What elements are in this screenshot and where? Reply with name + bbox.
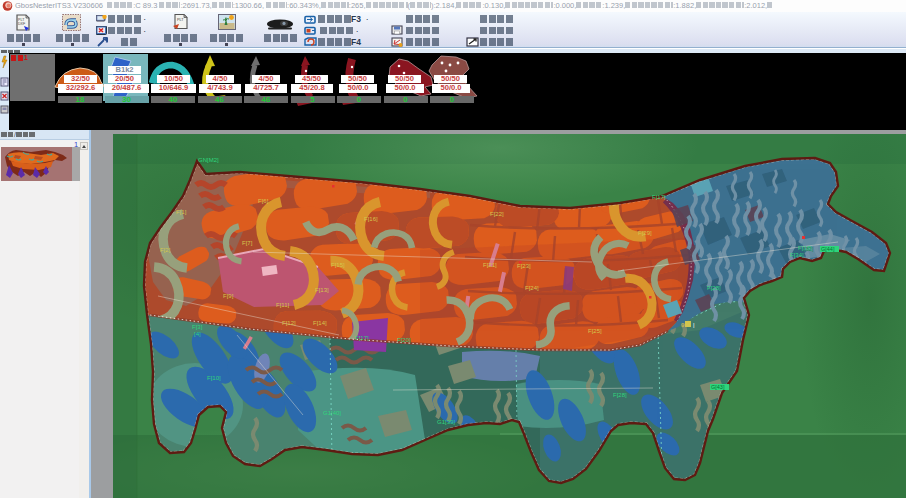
svg-text:F[1]: F[1] bbox=[176, 209, 187, 215]
svg-text:F[13]: F[13] bbox=[315, 287, 329, 293]
svg-text:F[21]: F[21] bbox=[483, 262, 497, 268]
svg-text:F[23]: F[23] bbox=[517, 263, 531, 269]
svg-text:F[17]: F[17] bbox=[355, 335, 369, 341]
svg-text:F[16]: F[16] bbox=[364, 216, 378, 222]
svg-text:DXF: DXF bbox=[18, 22, 26, 26]
svg-text:[4]: [4] bbox=[194, 331, 201, 337]
svg-text:F[24]: F[24] bbox=[525, 285, 539, 291]
svg-text:F[10]: F[10] bbox=[207, 375, 221, 381]
svg-text:GN[M2]: GN[M2] bbox=[198, 157, 219, 163]
svg-text:F[22]: F[22] bbox=[490, 211, 504, 217]
svg-text:F[29]: F[29] bbox=[638, 230, 652, 236]
svg-text:G1[40]: G1[40] bbox=[323, 410, 341, 416]
svg-text:G1[39]: G1[39] bbox=[437, 419, 455, 425]
svg-text:G[43]: G[43] bbox=[711, 384, 725, 390]
svg-text:F[15]: F[15] bbox=[331, 262, 345, 268]
svg-text:F[17]: F[17] bbox=[652, 194, 666, 200]
svg-text:PLT: PLT bbox=[177, 18, 184, 22]
svg-text:F[34]: F[34] bbox=[790, 252, 804, 258]
svg-text:F[12]: F[12] bbox=[282, 320, 296, 326]
svg-text:F[25]: F[25] bbox=[588, 328, 602, 334]
svg-text:F[2]: F[2] bbox=[160, 247, 171, 253]
svg-text:F[7]: F[7] bbox=[242, 240, 253, 246]
svg-text:F[6]: F[6] bbox=[258, 198, 269, 204]
svg-text:G[44]: G[44] bbox=[821, 246, 835, 252]
svg-text:F[11]: F[11] bbox=[276, 302, 290, 308]
svg-text:F[28]: F[28] bbox=[613, 392, 627, 398]
svg-text:F[20]: F[20] bbox=[397, 337, 411, 343]
svg-text:F[9]: F[9] bbox=[223, 293, 234, 299]
svg-text:F[3]: F[3] bbox=[192, 324, 203, 330]
svg-text:[32]: [32] bbox=[804, 246, 814, 252]
svg-text:F[28]: F[28] bbox=[707, 285, 721, 291]
svg-text:F[14]: F[14] bbox=[313, 320, 327, 326]
